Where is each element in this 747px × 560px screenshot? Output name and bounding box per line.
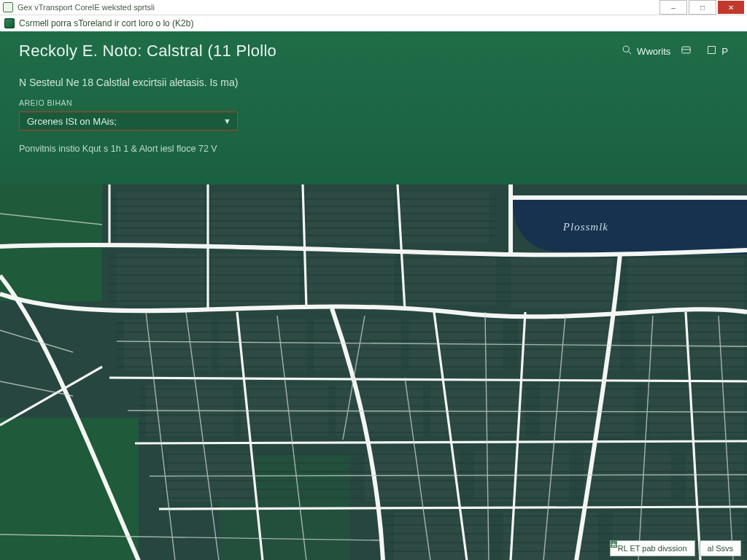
window-titlebar: Gex vTransport CoreIE weksted sprtsli – …	[0, 0, 747, 15]
window-title: Gex vTransport CoreIE weksted sprtsli	[18, 3, 155, 12]
print-label: P	[721, 46, 728, 57]
svg-rect-5	[0, 418, 139, 560]
river-label: Plossmlk	[563, 221, 608, 233]
window-minimize-button[interactable]: –	[659, 0, 687, 15]
header-panel: Reckoly E. Noto: Calstral (11 Plollo Wwo…	[0, 31, 747, 184]
svg-rect-2	[682, 47, 690, 53]
svg-rect-31	[365, 451, 460, 502]
brand-icon	[4, 18, 15, 28]
svg-point-0	[623, 46, 629, 52]
svg-rect-29	[649, 385, 744, 436]
svg-rect-28	[540, 385, 635, 436]
map-button-bar: RL ET pab divssion al Ssvs	[610, 540, 741, 556]
svg-rect-14	[306, 254, 394, 305]
header-subtitle: N Sesteul Ne 18 Calstlal excirtsii aleta…	[19, 77, 728, 88]
svg-rect-35	[394, 513, 489, 560]
svg-rect-12	[117, 254, 204, 305]
area-select-value: Grcenes ISt on MAis;	[27, 116, 117, 127]
area-select[interactable]: Grcenes ISt on MAis; ▼	[19, 112, 238, 131]
window-close-button[interactable]: ✕	[718, 1, 744, 14]
svg-rect-21	[409, 319, 503, 370]
header-toolbar: Wworits P	[622, 44, 728, 58]
svg-rect-18	[124, 319, 212, 370]
svg-rect-33	[584, 451, 671, 502]
svg-rect-19	[219, 319, 306, 370]
distribution-button-label: RL ET pab divssion	[618, 544, 687, 553]
window-maximize-button[interactable]: □	[689, 0, 716, 15]
svg-rect-32	[474, 451, 569, 502]
svg-rect-13	[212, 254, 299, 305]
svg-line-1	[628, 51, 631, 54]
search-label: Wworits	[637, 46, 670, 57]
header-hint-text: Ponvitnis instio Kqut s 1h 1 & Alort ies…	[19, 144, 728, 154]
save-button-label: al Ssvs	[708, 544, 733, 553]
chevron-down-icon: ▼	[223, 117, 231, 125]
search-button[interactable]: Wworits	[622, 44, 670, 58]
svg-rect-15	[401, 254, 496, 305]
print-icon	[706, 44, 717, 58]
window-subtitle: Csrmell porra sToreland ir cort loro o l…	[19, 18, 193, 28]
print-button[interactable]: P	[706, 44, 728, 58]
svg-rect-6	[0, 184, 102, 301]
svg-rect-42	[612, 541, 615, 542]
save-icon	[610, 540, 618, 548]
distribution-button[interactable]: RL ET pab divssion	[610, 540, 695, 556]
window-subtitle-bar: Csrmell porra sToreland ir cort loro o l…	[0, 15, 747, 31]
area-field-label: AREIO BIHAN	[19, 98, 728, 107]
search-icon	[622, 44, 632, 58]
layers-icon	[681, 44, 692, 58]
layers-button[interactable]	[681, 44, 696, 58]
page-title: Reckoly E. Noto: Calstral (11 Plollo	[19, 42, 622, 61]
app-icon	[3, 2, 13, 12]
map-canvas[interactable]: Plossmlk RL ET pab divssion al Ssvs	[0, 184, 747, 560]
svg-rect-20	[314, 319, 401, 370]
save-button[interactable]: al Ssvs	[700, 540, 741, 556]
svg-rect-26	[336, 385, 423, 436]
map-svg	[0, 184, 747, 560]
